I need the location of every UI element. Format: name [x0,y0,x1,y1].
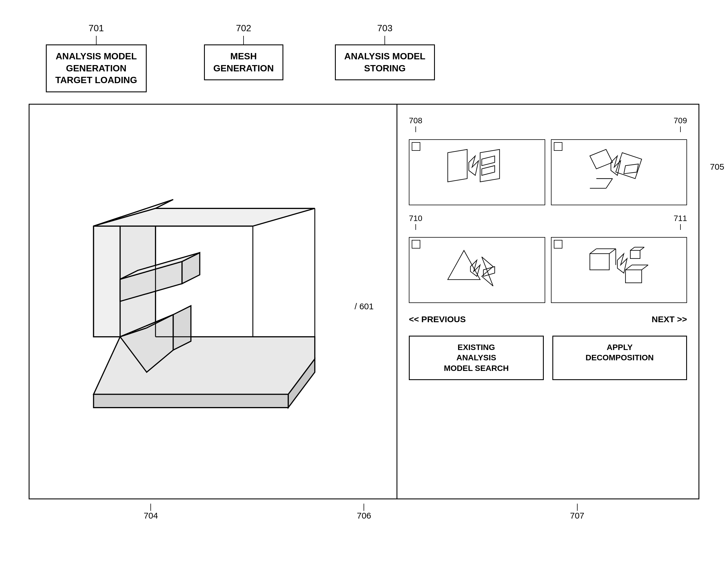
thumb-refs-row-2: 710 711 [409,214,687,230]
apply-btn-text: APPLYDECOMPOSITION [586,343,654,362]
ref-704-line [150,504,151,511]
nav-buttons: << PREVIOUS NEXT >> [409,315,687,324]
checkbox-710[interactable] [412,240,420,248]
svg-marker-34 [484,266,495,276]
ref-711-line [680,224,681,230]
ref-706-group: 706 [259,504,469,521]
existing-btn-text: EXISTINGANALYSISMODEL SEARCH [444,343,509,373]
ref-704-group: 704 [46,504,256,521]
ref-706: 706 [357,511,371,521]
svg-marker-27 [624,164,638,174]
svg-marker-23 [482,166,495,176]
btn701-wrapper: 701 ANALYSIS MODELGENERATIONTARGET LOADI… [46,23,147,92]
ref-703-line [385,36,385,44]
right-panel: 708 709 [397,105,699,498]
ref-706-line [363,504,364,511]
svg-rect-35 [590,254,609,270]
ref-701-line [96,36,97,44]
ref-701: 701 [89,23,104,33]
ref-707-line [577,504,578,511]
thumb-row-2 [409,237,687,303]
svg-rect-45 [625,270,641,283]
next-button[interactable]: NEXT >> [652,315,687,324]
ref-708: 708 [409,116,422,125]
svg-line-46 [625,265,632,270]
svg-line-36 [590,249,596,254]
ref-703: 703 [377,23,393,33]
main-area: 705 / 601 [29,104,699,499]
svg-line-43 [640,247,644,250]
checkbox-709[interactable] [554,142,562,151]
svg-rect-41 [630,250,640,258]
svg-marker-32 [470,260,480,276]
thumb-710-svg [423,244,531,296]
ref-707-group: 707 [472,504,682,521]
ref-709: 709 [674,116,687,125]
svg-marker-1 [94,394,289,408]
svg-line-37 [609,249,616,254]
svg-marker-20 [469,156,479,176]
ref-601: / 601 [355,302,374,311]
analysis-model-storing-button[interactable]: ANALYSIS MODELSTORING [335,44,435,80]
left-panel-3d-model: / 601 [29,105,397,498]
ref-710-group: 710 [409,214,422,230]
previous-button[interactable]: << PREVIOUS [409,315,465,324]
ref-711: 711 [674,214,687,223]
action-buttons: EXISTINGANALYSISMODEL SEARCH APPLYDECOMP… [409,336,687,380]
3d-model-svg [58,134,368,468]
btn702-text: MESHGENERATION [213,51,274,74]
thumb-709-svg [565,146,673,198]
svg-line-42 [630,247,634,250]
thumb-refs-row: 708 709 [409,116,687,132]
ref-704: 704 [144,511,158,521]
btn701-text: ANALYSIS MODELGENERATIONTARGET LOADING [55,51,137,85]
ref-705: 705 [710,162,724,172]
existing-analysis-model-search-button[interactable]: EXISTINGANALYSISMODEL SEARCH [409,336,544,380]
btn702-wrapper: 702 MESHGENERATION [204,23,283,80]
thumb-711-svg [565,244,673,296]
svg-marker-19 [448,150,467,182]
apply-decomposition-button[interactable]: APPLYDECOMPOSITION [552,336,687,380]
ref-708-group: 708 [409,116,422,132]
thumb-708-svg [423,146,531,198]
svg-line-29 [606,179,612,188]
thumb-row-1 [409,139,687,205]
thumbnail-711[interactable] [551,237,687,303]
ref-702: 702 [236,23,251,33]
checkbox-711[interactable] [554,240,562,248]
diagram-container: 701 ANALYSIS MODELGENERATIONTARGET LOADI… [29,23,699,548]
ref-702-line [243,36,244,44]
ref-709-line [680,126,681,132]
bottom-labels: 704 706 707 [29,504,699,521]
svg-marker-24 [590,150,612,169]
checkbox-708[interactable] [412,142,420,151]
ref-710: 710 [409,214,422,223]
svg-marker-4 [94,217,120,337]
ref-707: 707 [570,511,584,521]
ref-709-group: 709 [674,116,687,132]
thumbnail-708[interactable] [409,139,545,205]
analysis-model-generation-target-loading-button[interactable]: ANALYSIS MODELGENERATIONTARGET LOADING [46,44,147,92]
ref-710-line [415,224,416,230]
btn703-wrapper: 703 ANALYSIS MODELSTORING [335,23,435,80]
svg-marker-16 [94,208,315,226]
thumbnail-709[interactable] [551,139,687,205]
top-buttons-row: 701 ANALYSIS MODELGENERATIONTARGET LOADI… [29,23,699,92]
svg-marker-22 [482,156,495,166]
thumbnail-710[interactable] [409,237,545,303]
btn703-text: ANALYSIS MODELSTORING [344,51,425,74]
ref-708-line [415,126,416,132]
mesh-generation-button[interactable]: MESHGENERATION [204,44,283,80]
ref-711-group: 711 [674,214,687,230]
svg-line-47 [641,265,648,270]
